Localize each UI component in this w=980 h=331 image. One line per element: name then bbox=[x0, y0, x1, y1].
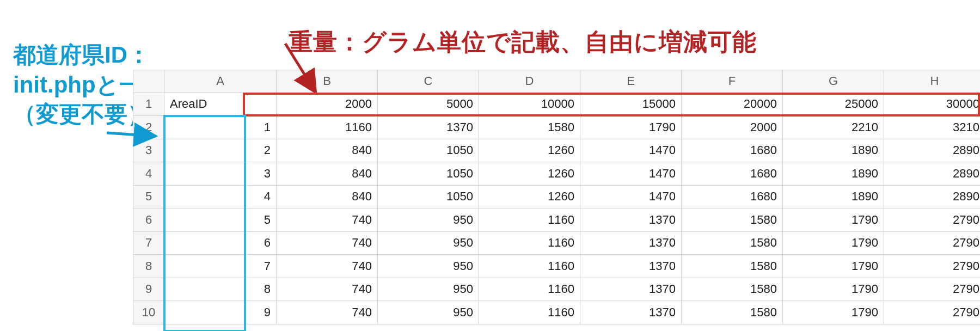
row-header-6[interactable]: 6 bbox=[133, 209, 164, 232]
cell-C8[interactable]: 950 bbox=[378, 255, 479, 278]
cell-G5[interactable]: 1890 bbox=[783, 186, 884, 209]
cell-G8[interactable]: 1790 bbox=[783, 255, 884, 278]
cell-B4[interactable]: 840 bbox=[277, 162, 378, 186]
cell-G3[interactable]: 1890 bbox=[783, 139, 884, 163]
cell-H3[interactable]: 2890 bbox=[884, 139, 980, 163]
cell-D5[interactable]: 1260 bbox=[479, 186, 580, 209]
cell-B5[interactable]: 840 bbox=[277, 186, 378, 209]
cell-D7[interactable]: 1160 bbox=[479, 232, 580, 255]
cell-H9[interactable]: 2790 bbox=[884, 278, 980, 302]
cell-H8[interactable]: 2790 bbox=[884, 255, 980, 278]
cell-E1[interactable]: 15000 bbox=[580, 93, 682, 117]
cell-G4[interactable]: 1890 bbox=[783, 162, 884, 186]
cell-A9[interactable]: 8 bbox=[164, 278, 277, 302]
cell-F2[interactable]: 2000 bbox=[682, 116, 783, 139]
cell-D10[interactable]: 1160 bbox=[479, 301, 580, 324]
row-header-8[interactable]: 8 bbox=[133, 255, 164, 278]
cell-A2[interactable]: 1 bbox=[164, 116, 277, 139]
cell-D1[interactable]: 10000 bbox=[479, 93, 580, 117]
cell-F10[interactable]: 1580 bbox=[682, 301, 783, 324]
annotation-weight: 重量：グラム単位で記載、自由に増減可能 bbox=[289, 26, 757, 58]
cell-B1[interactable]: 2000 bbox=[277, 93, 378, 117]
cell-A7[interactable]: 6 bbox=[164, 232, 277, 255]
row-header-4[interactable]: 4 bbox=[133, 162, 164, 186]
col-header-G[interactable]: G bbox=[783, 70, 884, 93]
cell-H7[interactable]: 2790 bbox=[884, 232, 980, 255]
cell-E7[interactable]: 1370 bbox=[580, 232, 682, 255]
spreadsheet: ABCDEFGH1AreaID2000500010000150002000025… bbox=[133, 70, 980, 331]
cell-F6[interactable]: 1580 bbox=[682, 209, 783, 232]
cell-B9[interactable]: 740 bbox=[277, 278, 378, 302]
col-header-B[interactable]: B bbox=[277, 70, 378, 93]
cell-E10[interactable]: 1370 bbox=[580, 301, 682, 324]
cell-E4[interactable]: 1470 bbox=[580, 162, 682, 186]
cell-A4[interactable]: 3 bbox=[164, 162, 277, 186]
cell-B8[interactable]: 740 bbox=[277, 255, 378, 278]
cell-C9[interactable]: 950 bbox=[378, 278, 479, 302]
cell-B2[interactable]: 1160 bbox=[277, 116, 378, 139]
cell-F3[interactable]: 1680 bbox=[682, 139, 783, 163]
cell-F1[interactable]: 20000 bbox=[682, 93, 783, 117]
cell-H2[interactable]: 3210 bbox=[884, 116, 980, 139]
cell-G7[interactable]: 1790 bbox=[783, 232, 884, 255]
cell-C1[interactable]: 5000 bbox=[378, 93, 479, 117]
cell-G10[interactable]: 1790 bbox=[783, 301, 884, 324]
cell-C6[interactable]: 950 bbox=[378, 209, 479, 232]
cell-E6[interactable]: 1370 bbox=[580, 209, 682, 232]
cell-F7[interactable]: 1580 bbox=[682, 232, 783, 255]
cell-G6[interactable]: 1790 bbox=[783, 209, 884, 232]
row-header-2[interactable]: 2 bbox=[133, 116, 164, 139]
cell-B3[interactable]: 840 bbox=[277, 139, 378, 163]
cell-C2[interactable]: 1370 bbox=[378, 116, 479, 139]
cell-D8[interactable]: 1160 bbox=[479, 255, 580, 278]
col-header-F[interactable]: F bbox=[682, 70, 783, 93]
cell-A10[interactable]: 9 bbox=[164, 301, 277, 324]
cell-D9[interactable]: 1160 bbox=[479, 278, 580, 302]
cell-C7[interactable]: 950 bbox=[378, 232, 479, 255]
col-header-C[interactable]: C bbox=[378, 70, 479, 93]
row-header-5[interactable]: 5 bbox=[133, 186, 164, 209]
cell-A3[interactable]: 2 bbox=[164, 139, 277, 163]
col-header-H[interactable]: H bbox=[884, 70, 980, 93]
cell-C5[interactable]: 1050 bbox=[378, 186, 479, 209]
cell-G9[interactable]: 1790 bbox=[783, 278, 884, 302]
col-header-A[interactable]: A bbox=[164, 70, 277, 93]
cell-D4[interactable]: 1260 bbox=[479, 162, 580, 186]
cell-C4[interactable]: 1050 bbox=[378, 162, 479, 186]
cell-E3[interactable]: 1470 bbox=[580, 139, 682, 163]
cell-D3[interactable]: 1260 bbox=[479, 139, 580, 163]
cell-F4[interactable]: 1680 bbox=[682, 162, 783, 186]
cell-A8[interactable]: 7 bbox=[164, 255, 277, 278]
col-header-D[interactable]: D bbox=[479, 70, 580, 93]
cell-H1[interactable]: 30000 bbox=[884, 93, 980, 117]
cell-D6[interactable]: 1160 bbox=[479, 209, 580, 232]
cell-C3[interactable]: 1050 bbox=[378, 139, 479, 163]
cell-F9[interactable]: 1580 bbox=[682, 278, 783, 302]
cell-A1[interactable]: AreaID bbox=[164, 93, 277, 117]
cell-G2[interactable]: 2210 bbox=[783, 116, 884, 139]
cell-F8[interactable]: 1580 bbox=[682, 255, 783, 278]
cell-H6[interactable]: 2790 bbox=[884, 209, 980, 232]
row-header-10[interactable]: 10 bbox=[133, 301, 164, 324]
row-header-7[interactable]: 7 bbox=[133, 232, 164, 255]
cell-E8[interactable]: 1370 bbox=[580, 255, 682, 278]
cell-D2[interactable]: 1580 bbox=[479, 116, 580, 139]
cell-G1[interactable]: 25000 bbox=[783, 93, 884, 117]
cell-C10[interactable]: 950 bbox=[378, 301, 479, 324]
cell-H5[interactable]: 2890 bbox=[884, 186, 980, 209]
cell-B7[interactable]: 740 bbox=[277, 232, 378, 255]
cell-E2[interactable]: 1790 bbox=[580, 116, 682, 139]
cell-E9[interactable]: 1370 bbox=[580, 278, 682, 302]
row-header-9[interactable]: 9 bbox=[133, 278, 164, 302]
row-header-1[interactable]: 1 bbox=[133, 93, 164, 117]
cell-F5[interactable]: 1680 bbox=[682, 186, 783, 209]
cell-B6[interactable]: 740 bbox=[277, 209, 378, 232]
cell-B10[interactable]: 740 bbox=[277, 301, 378, 324]
cell-E5[interactable]: 1470 bbox=[580, 186, 682, 209]
cell-A6[interactable]: 5 bbox=[164, 209, 277, 232]
cell-H10[interactable]: 2790 bbox=[884, 301, 980, 324]
col-header-E[interactable]: E bbox=[580, 70, 682, 93]
cell-A5[interactable]: 4 bbox=[164, 186, 277, 209]
row-header-3[interactable]: 3 bbox=[133, 139, 164, 163]
cell-H4[interactable]: 2890 bbox=[884, 162, 980, 186]
